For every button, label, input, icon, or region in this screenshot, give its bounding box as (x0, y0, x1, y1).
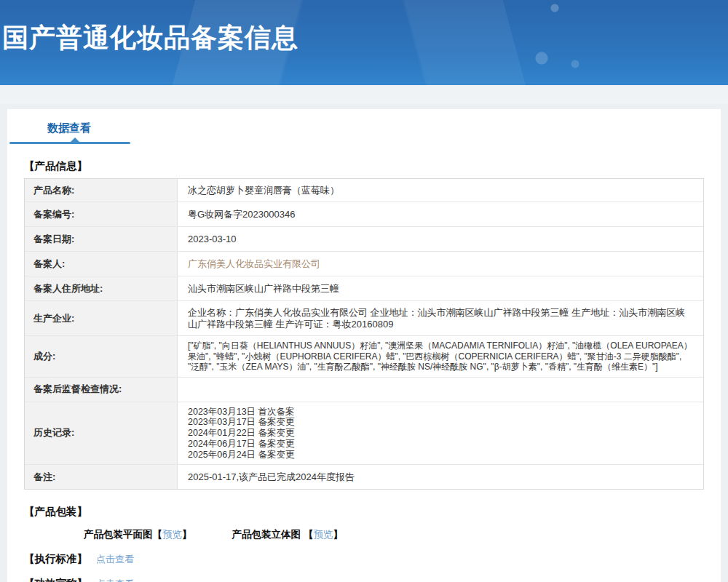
history-record-line: 2024年06月17日 备案变更 (188, 439, 295, 450)
row-label: 产品名称: (25, 179, 178, 202)
row-value: 2025-01-17,该产品已完成2024年度报告 (178, 465, 703, 489)
row-value: 2023年03月13日 首次备案 2023年03月17日 备案变更 2024年0… (178, 402, 703, 465)
table-row: 备案日期: 2023-03-10 (25, 226, 703, 251)
efficacy-claim-row: 【功效宣称】点击查看 (24, 577, 721, 582)
row-label: 备案编号: (25, 202, 178, 226)
table-row: 备案人住所地址: 汕头市潮南区峡山广祥路中段第三幢 (25, 276, 703, 300)
packaging-stereo-label: 产品包装立体图 (232, 529, 301, 540)
table-row: 产品名称: 冰之恋胡萝卜婴童润唇膏（蓝莓味） (25, 179, 703, 202)
bracket-close: 】 (333, 529, 344, 540)
row-value: 汕头市潮南区峡山广祥路中段第三幢 (178, 276, 703, 300)
bracket-open: 【 (153, 529, 163, 540)
row-label: 历史记录: (25, 402, 178, 465)
table-row: 备案编号: 粤G妆网备字2023000346 (25, 202, 703, 226)
bracket-open: 【 (304, 529, 314, 540)
efficacy-claim-link[interactable]: 点击查看 (96, 578, 134, 582)
history-record-line: 2024年01月22日 备案变更 (188, 428, 295, 439)
header-banner: 国产普通化妆品备案信息 (0, 0, 728, 85)
row-value: 粤G妆网备字2023000346 (178, 202, 703, 226)
section-title-efficacy-claim: 【功效宣称】 (24, 577, 87, 582)
table-row: 备案后监督检查情况: (25, 377, 703, 402)
row-label: 成分: (25, 336, 178, 377)
product-info-table: 产品名称: 冰之恋胡萝卜婴童润唇膏（蓝莓味） 备案编号: 粤G妆网备字20230… (24, 178, 704, 490)
table-row: 生产企业: 企业名称：广东俏美人化妆品实业有限公司 企业地址：汕头市潮南区峡山广… (25, 300, 703, 335)
row-label: 生产企业: (25, 301, 178, 335)
row-label: 备案人: (25, 252, 178, 276)
tab-active-underline (9, 142, 130, 144)
row-value: ["矿脂", "向日葵（HELIANTHUS ANNUUS）籽油", "澳洲坚果… (178, 336, 703, 377)
bracket-close: 】 (182, 529, 192, 540)
history-record-line: 2023年03月13日 首次备案 (188, 407, 295, 418)
execution-standard-link[interactable]: 点击查看 (96, 554, 134, 565)
tab-bar: 数据查看 (7, 121, 721, 144)
sub-header-strip (0, 85, 728, 104)
row-label: 备案后监督检查情况: (25, 378, 178, 402)
packaging-stereo-group: 产品包装立体图【预览】 (232, 529, 344, 540)
section-title-product-info: 【产品信息】 (24, 159, 721, 173)
table-row: 备注: 2025-01-17,该产品已完成2024年度报告 (25, 464, 703, 489)
packaging-row: 产品包装平面图【预览】产品包装立体图【预览】 (84, 528, 721, 541)
page-title: 国产普通化妆品备案信息 (2, 20, 298, 56)
execution-standard-row: 【执行标准】点击查看 (24, 552, 721, 566)
tab-pointer-triangle (71, 137, 79, 142)
tab-data-view[interactable]: 数据查看 (47, 121, 91, 135)
section-title-packaging: 【产品包装】 (24, 505, 721, 519)
section-title-execution-standard: 【执行标准】 (24, 552, 87, 566)
row-label: 备案人住所地址: (25, 276, 178, 300)
row-value: 企业名称：广东俏美人化妆品实业有限公司 企业地址：汕头市潮南区峡山广祥路中段第三… (178, 301, 703, 335)
row-label: 备案日期: (25, 227, 178, 251)
packaging-flat-group: 产品包装平面图【预览】 (84, 529, 192, 540)
preview-flat-link[interactable]: 预览 (162, 529, 182, 540)
row-value: 广东俏美人化妆品实业有限公司 (178, 252, 703, 276)
history-record-line: 2023年03月17日 备案变更 (188, 417, 295, 428)
table-row: 历史记录: 2023年03月13日 首次备案 2023年03月17日 备案变更 … (25, 402, 703, 465)
table-row: 成分: ["矿脂", "向日葵（HELIANTHUS ANNUUS）籽油", "… (25, 335, 703, 377)
history-record-list: 2023年03月13日 首次备案 2023年03月17日 备案变更 2024年0… (188, 407, 295, 461)
history-record-line: 2025年06月24日 备案变更 (188, 450, 295, 461)
row-value (178, 378, 703, 402)
row-value: 2023-03-10 (178, 227, 703, 251)
packaging-flat-label: 产品包装平面图 (84, 529, 153, 540)
preview-stereo-link[interactable]: 预览 (314, 529, 333, 540)
table-row: 备案人: 广东俏美人化妆品实业有限公司 (25, 251, 703, 276)
row-value: 冰之恋胡萝卜婴童润唇膏（蓝莓味） (178, 179, 703, 202)
row-label: 备注: (25, 465, 178, 489)
content-panel: 数据查看 【产品信息】 产品名称: 冰之恋胡萝卜婴童润唇膏（蓝莓味） 备案编号:… (7, 109, 721, 582)
